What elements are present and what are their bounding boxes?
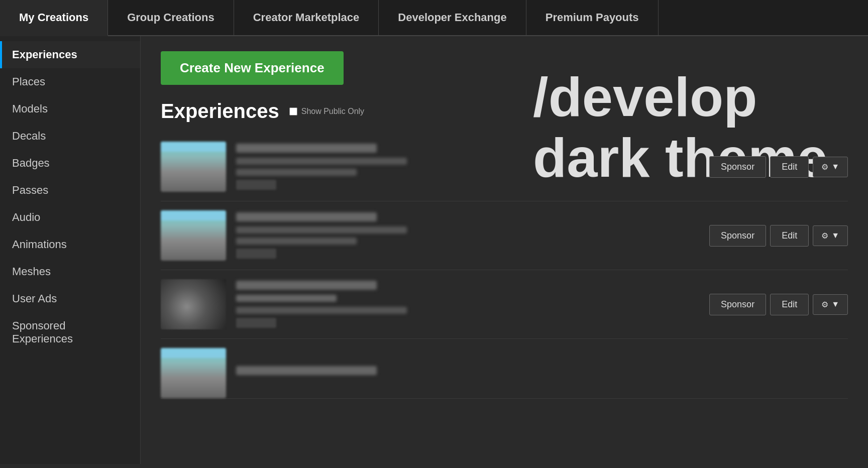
- sponsor-button-3[interactable]: Sponsor: [709, 294, 766, 315]
- experience-actions-3: Sponsor Edit ⚙ ▼: [709, 294, 848, 315]
- experience-info-2: [236, 212, 699, 259]
- gear-icon-3: ⚙: [821, 300, 828, 309]
- edit-button-3[interactable]: Edit: [770, 294, 809, 315]
- experience-detail-1b: [236, 169, 357, 176]
- experience-detail-3a: [236, 307, 407, 314]
- sidebar-item-places[interactable]: Places: [0, 68, 140, 95]
- experience-name-blur-4: [236, 366, 377, 375]
- sidebar-item-passes[interactable]: Passes: [0, 177, 140, 204]
- table-row: [161, 339, 848, 399]
- chevron-down-icon-1: ▼: [831, 162, 839, 171]
- experiences-header: Experiences Show Public Only: [161, 100, 848, 123]
- sidebar-item-experiences[interactable]: Experiences: [0, 41, 140, 68]
- sidebar-item-meshes[interactable]: Meshes: [0, 258, 140, 285]
- chevron-down-icon-2: ▼: [831, 231, 839, 240]
- create-new-experience-button[interactable]: Create New Experience: [161, 51, 344, 85]
- show-public-label[interactable]: Show Public Only: [289, 107, 364, 116]
- experience-info-4: [236, 366, 848, 380]
- main-content: /develop dark theme Create New Experienc…: [141, 36, 868, 464]
- chevron-down-icon-3: ▼: [831, 300, 839, 309]
- experience-thumbnail-1: [161, 142, 226, 192]
- experience-name-blur-2: [236, 212, 377, 221]
- sidebar-item-audio[interactable]: Audio: [0, 204, 140, 231]
- experience-name-blur-1: [236, 144, 377, 153]
- tab-developer-exchange[interactable]: Developer Exchange: [379, 0, 526, 35]
- tab-group-creations[interactable]: Group Creations: [108, 0, 234, 35]
- experiences-title: Experiences: [161, 100, 279, 123]
- gear-icon-2: ⚙: [821, 231, 828, 241]
- sidebar-item-badges[interactable]: Badges: [0, 150, 140, 177]
- sidebar-item-sponsored-experiences[interactable]: Sponsored Experiences: [0, 312, 140, 353]
- top-nav: My Creations Group Creations Creator Mar…: [0, 0, 868, 36]
- experience-status-3: [236, 318, 276, 328]
- sidebar-item-user-ads[interactable]: User Ads: [0, 285, 140, 312]
- experience-name-blur-3b: [236, 295, 337, 302]
- experience-status-1: [236, 180, 276, 190]
- show-public-checkbox[interactable]: [289, 107, 297, 115]
- gear-icon-1: ⚙: [821, 162, 828, 172]
- experience-detail-1a: [236, 158, 407, 165]
- sponsor-button-2[interactable]: Sponsor: [709, 225, 766, 247]
- sponsor-button-1[interactable]: Sponsor: [709, 156, 766, 178]
- experience-actions-2: Sponsor Edit ⚙ ▼: [709, 225, 848, 247]
- experience-info-1: [236, 144, 699, 190]
- tab-my-creations[interactable]: My Creations: [0, 0, 108, 36]
- experience-thumbnail-4: [161, 348, 226, 398]
- sidebar-item-decals[interactable]: Decals: [0, 123, 140, 150]
- table-row: Sponsor Edit ⚙ ▼: [161, 270, 848, 339]
- experience-name-blur-3: [236, 281, 377, 290]
- experience-actions-1: Sponsor Edit ⚙ ▼: [709, 156, 848, 178]
- experience-detail-2b: [236, 238, 357, 245]
- gear-dropdown-button-1[interactable]: ⚙ ▼: [813, 157, 848, 177]
- main-layout: Experiences Places Models Decals Badges …: [0, 36, 868, 464]
- experience-thumbnail-2: [161, 210, 226, 261]
- experience-info-3: [236, 281, 699, 328]
- edit-button-2[interactable]: Edit: [770, 225, 809, 247]
- gear-dropdown-button-2[interactable]: ⚙ ▼: [813, 225, 848, 246]
- experience-status-2: [236, 249, 276, 259]
- table-row: Sponsor Edit ⚙ ▼: [161, 133, 848, 201]
- show-public-text: Show Public Only: [301, 107, 364, 116]
- sidebar-item-animations[interactable]: Animations: [0, 231, 140, 258]
- tab-creator-marketplace[interactable]: Creator Marketplace: [234, 0, 379, 35]
- experience-list: Sponsor Edit ⚙ ▼ Sponso: [161, 133, 848, 399]
- experience-thumbnail-3: [161, 279, 226, 329]
- gear-dropdown-button-3[interactable]: ⚙ ▼: [813, 294, 848, 315]
- tab-premium-payouts[interactable]: Premium Payouts: [526, 0, 659, 35]
- sidebar: Experiences Places Models Decals Badges …: [0, 36, 141, 464]
- table-row: Sponsor Edit ⚙ ▼: [161, 201, 848, 270]
- edit-button-1[interactable]: Edit: [770, 156, 809, 178]
- sidebar-item-models[interactable]: Models: [0, 95, 140, 123]
- experience-detail-2a: [236, 226, 407, 233]
